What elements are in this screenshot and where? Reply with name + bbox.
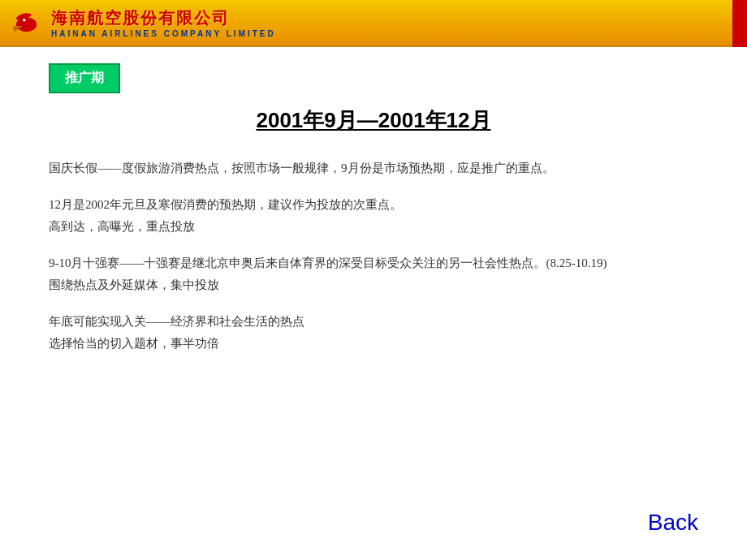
back-button[interactable]: Back: [648, 510, 698, 535]
section2-body: 12月是2002年元旦及寒假消费的预热期，建议作为投放的次重点。: [49, 194, 698, 216]
header-red-accent: [732, 0, 747, 47]
back-link-container: Back: [648, 510, 698, 536]
section-december: 12月是2002年元旦及寒假消费的预热期，建议作为投放的次重点。 高到达，高曝光…: [49, 194, 698, 238]
section1-body: 国庆长假——度假旅游消费热点，按照市场一般规律，9月份是市场预热期，应是推广的重…: [49, 157, 698, 179]
company-logo: 海南航空股份有限公司 HAINAN AIRLINES COMPANY LIMIT…: [8, 4, 276, 41]
page-title: 2001年9月—2001年12月: [49, 106, 698, 135]
section2-highlight: 高到达，高曝光，重点投放: [49, 216, 698, 238]
section4-highlight: 选择恰当的切入题材，事半功倍: [49, 333, 698, 355]
section3-body: 9-10月十强赛——十强赛是继北京申奥后来自体育界的深受目标受众关注的另一社会性…: [49, 252, 698, 274]
promotion-period-badge: 推广期: [49, 63, 120, 93]
section-wto: 年底可能实现入关——经济界和社会生活的热点 选择恰当的切入题材，事半功倍: [49, 311, 698, 355]
logo-bird-icon: [8, 4, 45, 41]
section3-highlight: 围绕热点及外延媒体，集中投放: [49, 274, 698, 296]
company-name-cn: 海南航空股份有限公司: [51, 7, 276, 29]
svg-point-1: [23, 19, 26, 22]
section4-body: 年底可能实现入关——经济界和社会生活的热点: [49, 311, 698, 333]
section-top10-match: 9-10月十强赛——十强赛是继北京申奥后来自体育界的深受目标受众关注的另一社会性…: [49, 252, 698, 296]
logo-text: 海南航空股份有限公司 HAINAN AIRLINES COMPANY LIMIT…: [51, 7, 276, 38]
company-name-en: HAINAN AIRLINES COMPANY LIMITED: [51, 29, 276, 38]
main-content: 推广期 2001年9月—2001年12月 国庆长假——度假旅游消费热点，按照市场…: [0, 47, 747, 386]
section-national-holiday: 国庆长假——度假旅游消费热点，按照市场一般规律，9月份是市场预热期，应是推广的重…: [49, 157, 698, 179]
header: 海南航空股份有限公司 HAINAN AIRLINES COMPANY LIMIT…: [0, 0, 747, 47]
